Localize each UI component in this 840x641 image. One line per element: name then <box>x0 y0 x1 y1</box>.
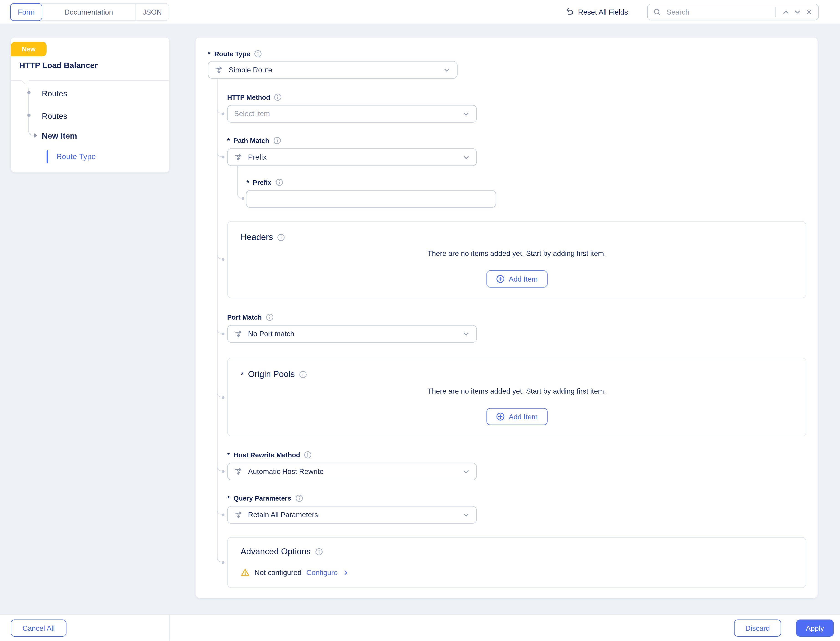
required-mark: * <box>227 494 229 502</box>
info-icon[interactable] <box>315 548 323 556</box>
close-icon <box>805 8 813 16</box>
port-match-select[interactable]: No Port match <box>227 325 477 343</box>
label-text: Path Match <box>233 137 269 144</box>
apply-button[interactable]: Apply <box>796 620 834 637</box>
chevron-down-icon <box>443 66 451 74</box>
chevron-right-icon[interactable] <box>342 569 350 576</box>
advanced-options-section: Advanced Options Not configured Configur… <box>227 537 806 588</box>
info-icon[interactable] <box>275 178 283 186</box>
status-badge-new: New <box>11 42 47 56</box>
tree-connector-elbow <box>237 166 244 199</box>
advanced-options-title: Advanced Options <box>241 547 323 556</box>
query-parameters-select[interactable]: Retain All Parameters <box>227 506 477 524</box>
search-prev-button[interactable] <box>782 8 790 16</box>
prefix-label: * Prefix <box>246 178 283 186</box>
port-match-label: Port Match <box>227 313 273 321</box>
label-text: Host Rewrite Method <box>233 451 300 459</box>
connector-dot <box>222 258 225 261</box>
undo-icon <box>565 8 574 16</box>
info-icon[interactable] <box>295 494 303 502</box>
chevron-down-icon <box>462 153 470 161</box>
select-value: Simple Route <box>229 66 443 74</box>
sidebar-item-route-type[interactable]: Route Type <box>56 152 96 161</box>
sidebar-item-routes-1[interactable]: Routes <box>42 89 67 98</box>
route-icon <box>234 153 243 162</box>
tab-documentation[interactable]: Documentation <box>42 3 135 20</box>
connector-dot <box>222 470 225 473</box>
advanced-options-status-row: Not configured Configure <box>241 568 349 577</box>
info-icon[interactable] <box>299 370 307 378</box>
path-match-select[interactable]: Prefix <box>227 148 477 166</box>
top-toolbar: Form Documentation JSON Reset All Fields <box>0 0 840 24</box>
tab-json[interactable]: JSON <box>135 3 169 20</box>
http-method-select[interactable]: Select item <box>227 105 477 123</box>
info-icon[interactable] <box>254 50 262 58</box>
host-rewrite-method-label: * Host Rewrite Method <box>227 451 312 459</box>
divider <box>11 81 169 81</box>
search-input[interactable] <box>666 7 773 16</box>
headers-section: Headers There are no items added yet. St… <box>227 221 806 298</box>
search-close-button[interactable] <box>805 8 813 16</box>
toolbar-right-group: Reset All Fields <box>565 3 819 20</box>
footer-divider <box>169 615 170 641</box>
info-icon[interactable] <box>273 137 281 145</box>
sidebar-item-routes-2[interactable]: Routes <box>42 111 67 121</box>
sidebar-item-new-item[interactable]: New Item <box>42 131 77 140</box>
info-icon[interactable] <box>266 313 273 321</box>
info-icon[interactable] <box>274 93 282 101</box>
label-text: Prefix <box>253 179 271 186</box>
select-value: Automatic Host Rewrite <box>248 467 462 475</box>
chevron-down-icon <box>462 110 470 118</box>
discard-button[interactable]: Discard <box>734 620 781 637</box>
arrow-right-icon <box>34 134 37 138</box>
bullet-icon <box>27 91 31 94</box>
headers-add-item-button[interactable]: Add Item <box>486 271 547 287</box>
http-method-label: HTTP Method <box>227 93 282 101</box>
plus-circle-icon <box>496 275 504 283</box>
label-text: Query Parameters <box>233 494 291 502</box>
origin-pools-add-item-button[interactable]: Add Item <box>486 408 547 425</box>
query-parameters-label: * Query Parameters <box>227 494 303 502</box>
info-icon[interactable] <box>304 451 312 459</box>
page-title: HTTP Load Balancer <box>19 61 98 70</box>
chevron-down-icon <box>793 8 801 16</box>
form-panel: * Route Type Simple Route HTTP Method Se… <box>195 37 818 598</box>
page: Form Documentation JSON Reset All Fields <box>0 0 840 641</box>
label-text: HTTP Method <box>227 93 270 101</box>
route-type-select[interactable]: Simple Route <box>208 61 457 79</box>
search-next-button[interactable] <box>793 8 801 16</box>
chevron-down-icon <box>462 468 470 475</box>
tab-form[interactable]: Form <box>10 3 42 21</box>
section-title-text: Headers <box>241 232 273 242</box>
required-mark: * <box>227 451 229 459</box>
connector-dot <box>222 155 225 158</box>
configure-link[interactable]: Configure <box>306 569 338 577</box>
route-icon <box>215 66 223 74</box>
section-title-text: Advanced Options <box>241 547 311 556</box>
select-placeholder: Select item <box>234 110 462 118</box>
section-title-text: Origin Pools <box>248 369 295 379</box>
select-value: Prefix <box>248 153 462 161</box>
route-icon <box>234 511 243 519</box>
connector-dot <box>242 197 244 200</box>
chevron-down-icon <box>462 511 470 519</box>
route-type-label: * Route Type <box>208 50 262 58</box>
add-item-label: Add Item <box>509 275 538 283</box>
select-value: No Port match <box>248 330 462 338</box>
info-icon[interactable] <box>277 233 285 241</box>
headers-empty-text: There are no items added yet. Start by a… <box>228 250 806 258</box>
chevron-up-icon <box>782 8 790 16</box>
host-rewrite-method-select[interactable]: Automatic Host Rewrite <box>227 462 477 480</box>
required-mark: * <box>227 137 229 144</box>
cancel-all-button[interactable]: Cancel All <box>11 620 66 637</box>
active-item-indicator <box>47 150 48 163</box>
route-icon <box>234 467 243 476</box>
path-match-label: * Path Match <box>227 137 281 145</box>
plus-circle-icon <box>496 412 504 421</box>
search-icon <box>653 8 661 16</box>
origin-pools-section: * Origin Pools There are no items added … <box>227 358 806 436</box>
required-mark: * <box>241 370 244 379</box>
navigation-panel: New HTTP Load Balancer Routes Routes New… <box>11 37 169 172</box>
prefix-input[interactable] <box>246 190 496 208</box>
reset-all-fields-button[interactable]: Reset All Fields <box>565 8 628 16</box>
